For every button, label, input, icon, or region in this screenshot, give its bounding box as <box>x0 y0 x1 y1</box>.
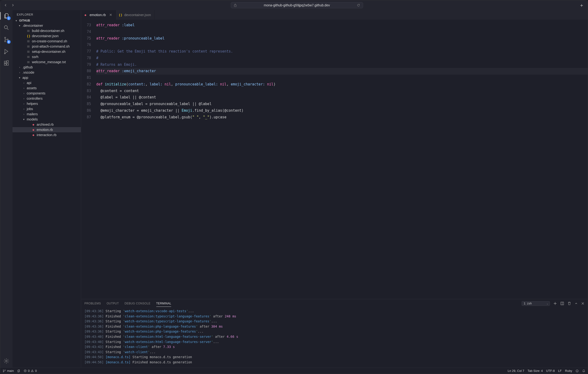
bottom-panel: PROBLEMSOUTPUTDEBUG CONSOLETERMINAL 1: z… <box>81 299 588 368</box>
url-bar[interactable]: mona-github-github-g59jpq2w5w7.github.de… <box>231 2 363 8</box>
svg-point-4 <box>4 41 6 42</box>
status-tab-size[interactable]: Tab Size: 4 <box>527 369 543 373</box>
folder-item[interactable]: ›controllers <box>12 96 81 101</box>
terminal-shell-select[interactable]: 1: zsh ⌄ <box>522 301 550 306</box>
editor-tabs: ◆emotion.rb✕{ }devcontainer.json <box>81 10 588 20</box>
scm-badge: 8 <box>7 40 11 44</box>
file-item[interactable]: ◆interaction.rb <box>12 132 81 138</box>
nav-back-icon[interactable] <box>4 4 7 7</box>
folder-item[interactable]: ›mailers <box>12 111 81 117</box>
trash-icon[interactable] <box>567 302 571 305</box>
new-tab-button[interactable]: ＋ <box>579 2 584 9</box>
folder-item[interactable]: ›components <box>12 91 81 96</box>
folder-item[interactable]: ▾models <box>12 117 81 122</box>
activity-source-control[interactable]: 8 <box>3 36 10 43</box>
svg-point-20 <box>576 370 578 372</box>
folder-item[interactable]: ▾.devcontainer <box>12 23 81 28</box>
error-count: 0 <box>28 369 30 373</box>
folder-item[interactable]: ›assets <box>12 86 81 91</box>
file-item[interactable]: welcome_message.txt <box>12 59 81 65</box>
svg-point-11 <box>6 360 7 362</box>
explorer-sidebar: EXPLORER ▾GITHUB▾.devcontainerbuild-devc… <box>12 10 81 368</box>
editor-tab[interactable]: { }devcontainer.json <box>116 10 155 20</box>
terminal-output[interactable]: [09:43:36] Starting 'watch-extension:vsc… <box>81 308 588 368</box>
branch-name: main <box>7 369 14 373</box>
status-feedback-icon[interactable] <box>576 369 579 373</box>
status-language[interactable]: Ruby <box>565 369 572 373</box>
warning-count: 0 <box>35 369 37 373</box>
warning-icon <box>31 369 34 372</box>
panel-tab-debug-console[interactable]: DEBUG CONSOLE <box>125 300 151 307</box>
status-problems[interactable]: 0 0 <box>24 369 37 373</box>
file-item[interactable]: ◆emotion.rb <box>12 127 81 132</box>
activity-run-debug[interactable] <box>3 48 10 55</box>
activity-search[interactable] <box>3 24 10 32</box>
activity-extensions[interactable] <box>3 59 10 67</box>
file-item[interactable]: ◆archived.rb <box>12 122 81 127</box>
reload-icon[interactable] <box>357 4 360 7</box>
explorer-badge: 1 <box>7 16 11 20</box>
file-item[interactable]: setup-devcontainer.sh <box>12 49 81 54</box>
folder-item[interactable]: ▾app <box>12 75 81 80</box>
close-panel-icon[interactable] <box>581 302 584 305</box>
chevron-down-icon: ⌄ <box>546 302 548 305</box>
lock-icon <box>234 4 237 7</box>
new-terminal-icon[interactable] <box>553 302 557 305</box>
folder-item[interactable]: ›.vscode <box>12 70 81 75</box>
file-item[interactable]: ssrh <box>12 54 81 59</box>
status-branch[interactable]: main <box>3 369 14 373</box>
editor-tab[interactable]: ◆emotion.rb✕ <box>81 10 116 20</box>
folder-item[interactable]: ›.github <box>12 65 81 70</box>
url-text: mona-github-github-g59jpq2w5w7.github.de… <box>264 3 330 7</box>
panel-tab-problems[interactable]: PROBLEMS <box>84 300 101 307</box>
activity-bar: 1 8 <box>0 10 12 368</box>
error-icon <box>24 369 27 372</box>
file-tree: ▾GITHUB▾.devcontainerbuild-devcontainer.… <box>12 18 81 368</box>
close-tab-icon[interactable]: ✕ <box>109 13 112 17</box>
sync-icon <box>17 369 20 373</box>
svg-rect-7 <box>4 61 6 63</box>
line-gutter: 737475767778798081828384858687 <box>81 20 94 299</box>
svg-point-19 <box>32 371 32 372</box>
file-item[interactable]: post-attach-command.sh <box>12 44 81 49</box>
chevron-up-icon[interactable] <box>575 302 578 305</box>
activity-settings[interactable] <box>3 357 10 365</box>
svg-point-1 <box>4 26 7 29</box>
status-bar: main 0 0 Ln 29, Col 7 Tab Size: 4 UTF-8 … <box>0 368 588 374</box>
nav-forward-icon[interactable] <box>11 4 14 7</box>
status-line-col[interactable]: Ln 29, Col 7 <box>508 369 524 373</box>
code-content[interactable]: attr_reader :label attr_reader :pronounc… <box>94 20 588 299</box>
panel-tab-terminal[interactable]: TERMINAL <box>156 300 171 307</box>
svg-rect-10 <box>7 61 9 63</box>
svg-rect-8 <box>4 64 6 65</box>
file-item[interactable]: build-devcontainer.sh <box>12 28 81 33</box>
folder-item[interactable]: ›jobs <box>12 106 81 111</box>
status-encoding[interactable]: UTF-8 <box>546 369 555 373</box>
svg-line-2 <box>7 28 8 30</box>
sidebar-title: EXPLORER <box>12 10 81 18</box>
editor-area: ◆emotion.rb✕{ }devcontainer.json 7374757… <box>81 10 588 368</box>
git-branch-icon <box>3 369 6 373</box>
folder-item[interactable]: ›api <box>12 80 81 86</box>
svg-point-16 <box>5 370 5 370</box>
title-bar: mona-github-github-g59jpq2w5w7.github.de… <box>0 0 588 10</box>
svg-point-3 <box>4 37 6 38</box>
activity-explorer[interactable]: 1 <box>3 12 10 20</box>
status-sync[interactable] <box>17 369 20 373</box>
file-item[interactable]: { }devcontainer.json <box>12 33 81 39</box>
status-bell-icon[interactable] <box>582 369 585 373</box>
shell-select-label: 1: zsh <box>524 302 532 305</box>
folder-item[interactable]: ›helpers <box>12 101 81 106</box>
tree-section[interactable]: ▾GITHUB <box>12 18 81 23</box>
svg-rect-0 <box>234 5 236 7</box>
svg-rect-9 <box>7 64 9 65</box>
split-terminal-icon[interactable] <box>560 302 564 305</box>
file-item[interactable]: on-create-command.sh <box>12 39 81 44</box>
svg-point-14 <box>3 370 4 370</box>
panel-tab-output[interactable]: OUTPUT <box>107 300 119 307</box>
status-eol[interactable]: LF <box>558 369 562 373</box>
